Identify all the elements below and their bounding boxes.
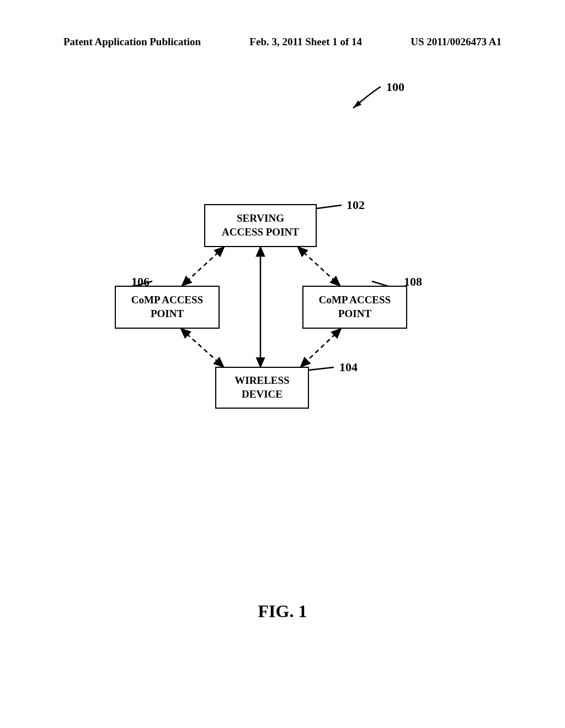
serving-line1: SERVING xyxy=(237,212,284,226)
ref-label-wireless: 104 xyxy=(339,360,358,374)
ref-label-system: 100 xyxy=(386,80,404,94)
wireless-line1: WIRELESS xyxy=(234,374,289,388)
figure-caption: FIG. 1 xyxy=(0,601,565,622)
header-date-sheet: Feb. 3, 2011 Sheet 1 of 14 xyxy=(249,36,362,48)
comp-access-point-right-box: CoMP ACCESS POINT xyxy=(302,286,407,329)
serving-access-point-box: SERVING ACCESS POINT xyxy=(204,204,317,247)
serving-line2: ACCESS POINT xyxy=(222,226,299,239)
ref-label-serving: 102 xyxy=(347,198,365,212)
svg-line-10 xyxy=(181,329,223,367)
wireless-line2: DEVICE xyxy=(242,388,282,402)
comp-right-line2: POINT xyxy=(338,307,371,321)
header-publication-number: US 2011/0026473 A1 xyxy=(411,36,502,48)
svg-line-4 xyxy=(309,367,334,370)
wireless-device-box: WIRELESS DEVICE xyxy=(215,367,309,409)
svg-marker-2 xyxy=(353,100,361,108)
comp-right-line1: CoMP ACCESS xyxy=(319,293,391,307)
svg-line-11 xyxy=(301,329,341,367)
diagram-connectors xyxy=(0,77,565,629)
svg-line-8 xyxy=(182,247,224,286)
svg-line-9 xyxy=(298,247,340,286)
page-header: Patent Application Publication Feb. 3, 2… xyxy=(0,36,565,48)
header-publication-type: Patent Application Publication xyxy=(63,36,201,48)
comp-access-point-left-box: CoMP ACCESS POINT xyxy=(115,286,220,329)
comp-left-line2: POINT xyxy=(151,307,184,321)
svg-line-3 xyxy=(317,205,342,208)
figure-1: 100 102 106 108 104 SERVING ACCESS POINT… xyxy=(0,77,565,629)
comp-left-line1: CoMP ACCESS xyxy=(131,293,203,307)
